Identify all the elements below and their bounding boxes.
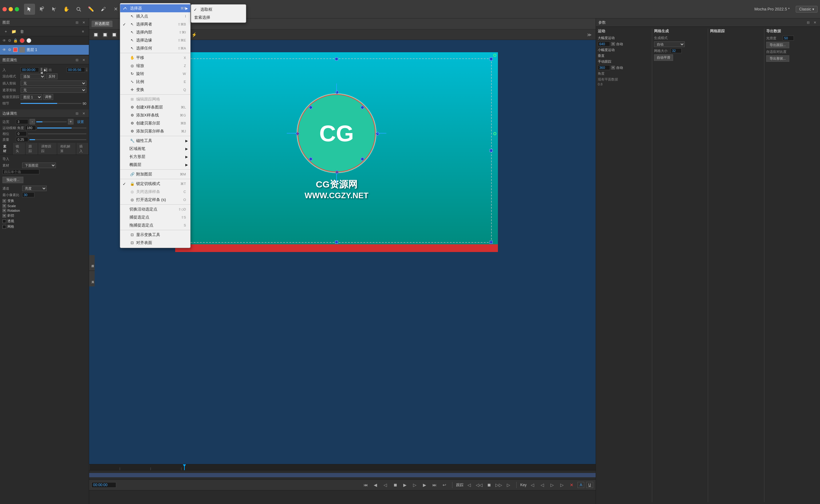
time-in-field[interactable]: [21, 67, 39, 72]
time-in-next[interactable]: ▶|: [44, 68, 47, 72]
menu-move[interactable]: ✋ 平移 X: [120, 54, 190, 62]
tab-track[interactable]: 跟踪: [26, 143, 38, 155]
vert-btn-2[interactable]: 插入: [89, 271, 95, 286]
phase-slider[interactable]: [28, 133, 86, 134]
cb-grid-box[interactable]: [2, 225, 6, 229]
tl-key-prev[interactable]: ◁: [528, 481, 536, 489]
canvas-tab-selected[interactable]: 所选图层: [92, 21, 112, 27]
tl-key-next2[interactable]: ▷: [548, 481, 556, 489]
menu-toggle-active[interactable]: 切换活动选定点 ⇧◇D: [120, 205, 190, 213]
edge-slider[interactable]: [36, 121, 67, 122]
pencil-tool-btn[interactable]: ✏️: [85, 4, 97, 15]
large-auto-cb[interactable]: ✕: [611, 42, 615, 46]
tab-lens[interactable]: 镜头: [13, 143, 25, 155]
menu-align-surface[interactable]: ⊡ 对齐表面: [120, 239, 190, 247]
tl-goto-start[interactable]: ⏮: [362, 481, 370, 489]
tl-prev-key[interactable]: ◁: [381, 481, 389, 489]
angle-field[interactable]: [25, 125, 36, 130]
select2-tool-btn[interactable]: [36, 4, 47, 15]
tab-camera[interactable]: 相机解算: [57, 143, 76, 155]
menu-drag-snap[interactable]: 拖捕捉选定点 S: [120, 221, 190, 229]
menu-area-brush[interactable]: 区域画笔 ▶: [120, 145, 190, 153]
submenu-lasso[interactable]: 套索选择: [191, 14, 246, 22]
quality-slider[interactable]: [30, 139, 86, 140]
folder-layer-btn[interactable]: 📁: [10, 28, 17, 35]
mask-cut-select[interactable]: 无: [21, 87, 86, 93]
export-shape-btn[interactable]: 导出形状...: [766, 55, 789, 62]
cb-perspective-box[interactable]: [2, 219, 6, 223]
canvas-lightning-btn[interactable]: ⚡: [190, 31, 198, 39]
maximize-window-btn[interactable]: [15, 7, 19, 11]
edge-minus-btn[interactable]: -: [30, 119, 35, 124]
reverse-btn[interactable]: 反转: [46, 73, 57, 79]
menu-select-edge[interactable]: ↖ 选择边缘 ⇧⌘E: [120, 36, 190, 44]
menu-selector[interactable]: ✓ ↖ 选择器 ⌘F ▶ ✓ 选取框 套索选择: [120, 4, 190, 12]
menu-select-both[interactable]: ✓ ↖ 选择两者 ⇧⌘B: [120, 20, 190, 28]
canvas-expand-btn[interactable]: ≫: [585, 31, 593, 39]
large-motion-field[interactable]: [598, 41, 610, 46]
tab-materials[interactable]: 素材: [0, 143, 13, 155]
close-window-btn[interactable]: [2, 7, 7, 11]
menu-select-inside[interactable]: ↖ 选择内部 ⇧⌘I: [120, 28, 190, 36]
tl-track-prev[interactable]: ◁: [465, 481, 473, 489]
smooth-btn[interactable]: 自动平滑: [654, 54, 673, 61]
tl-key-x[interactable]: ✕: [568, 481, 576, 489]
current-time-field[interactable]: [92, 482, 116, 488]
detail-slider[interactable]: [21, 103, 81, 104]
layer-item[interactable]: 👁 ⚙ 图层 1: [0, 45, 89, 55]
menu-ellipse-layer[interactable]: 椭圆层 ▶: [120, 161, 190, 169]
layer-props-options[interactable]: ⊟: [74, 57, 80, 63]
add-point-btn[interactable]: +: [49, 4, 60, 15]
zoom-tool-btn[interactable]: [73, 4, 84, 15]
cb-rotation-box[interactable]: ✕: [2, 209, 6, 212]
brush-tool-btn[interactable]: 🖌: [98, 4, 109, 15]
gen-mode-select[interactable]: 自动: [654, 41, 685, 47]
layer-color-red[interactable]: [20, 38, 25, 43]
track-single-field[interactable]: [2, 169, 39, 174]
min-pixel-field[interactable]: [22, 192, 34, 197]
blend-mode-select[interactable]: 添加: [21, 74, 45, 79]
menu-magnet[interactable]: 🔧 磁性工具 ▶: [120, 137, 190, 145]
tl-track-next2[interactable]: ▷▷: [495, 481, 503, 489]
menu-add-bezier[interactable]: ⚙ 添加贝塞尔样条 ⌘J: [120, 127, 190, 135]
tab-insert[interactable]: 插入: [76, 143, 89, 155]
quality-field[interactable]: [16, 137, 28, 142]
canvas-tool-3[interactable]: 🔲: [110, 31, 118, 39]
tl-goto-end[interactable]: ⏭: [431, 481, 439, 489]
tl-track-prev2[interactable]: ◁◁: [475, 481, 483, 489]
time-out-minus[interactable]: -: [86, 68, 87, 72]
time-out-field[interactable]: [67, 67, 85, 72]
menu-lock-tangent[interactable]: ✓ 🔒 锁定切线模式 ⌘T: [120, 180, 190, 188]
preprocess-btn[interactable]: 预处理...: [2, 177, 23, 183]
tl-text-a[interactable]: A: [578, 482, 584, 488]
menu-create-bezier[interactable]: ⚙ 创建贝塞尔层 ⌘B: [120, 119, 190, 127]
menu-zoom[interactable]: ◎ 缩放 Z: [120, 62, 190, 70]
menu-rect-layer[interactable]: 长方形层 ▶: [120, 153, 190, 161]
canvas-tool-2[interactable]: 🔲: [101, 31, 109, 39]
layer-color-white[interactable]: [26, 38, 31, 43]
edge-props-close[interactable]: ✕: [81, 111, 86, 116]
edge-value-field[interactable]: [16, 119, 28, 124]
insert-cut-select[interactable]: 无: [21, 81, 86, 86]
menu-scale[interactable]: ⤡ 比例 E: [120, 78, 190, 86]
tab-adjust-track[interactable]: 调整跟踪: [38, 143, 57, 155]
submenu-select-box[interactable]: ✓ 选取框: [191, 6, 246, 14]
track-link-select[interactable]: 图层 1: [21, 94, 42, 100]
tl-track-stop[interactable]: ⏹: [485, 481, 493, 489]
cb-scale-box[interactable]: ✕: [2, 204, 6, 208]
menu-insert-point[interactable]: ↖ 插入点 I: [120, 12, 190, 20]
tl-next-key[interactable]: ▷: [411, 481, 419, 489]
export-track-btn[interactable]: 导出跟踪...: [766, 42, 789, 48]
cb-shear-box[interactable]: ✕: [2, 214, 6, 218]
settings-link[interactable]: 设置: [75, 120, 86, 124]
tl-key-prev2[interactable]: ◁: [538, 481, 546, 489]
minimize-window-btn[interactable]: [9, 7, 13, 11]
tl-text-u[interactable]: U: [586, 482, 593, 488]
tl-prev-frame[interactable]: ◀: [372, 481, 380, 489]
layers-panel-close[interactable]: ✕: [81, 20, 86, 25]
angle-slider[interactable]: [37, 128, 86, 128]
menu-attach-layer[interactable]: 🔗 附加图层 ⌘M: [120, 170, 190, 178]
pan-tool-btn[interactable]: ✋: [61, 4, 72, 15]
workspace-selector[interactable]: Classic ▾: [796, 6, 818, 13]
layer-sort-btn[interactable]: ≡: [80, 28, 86, 35]
